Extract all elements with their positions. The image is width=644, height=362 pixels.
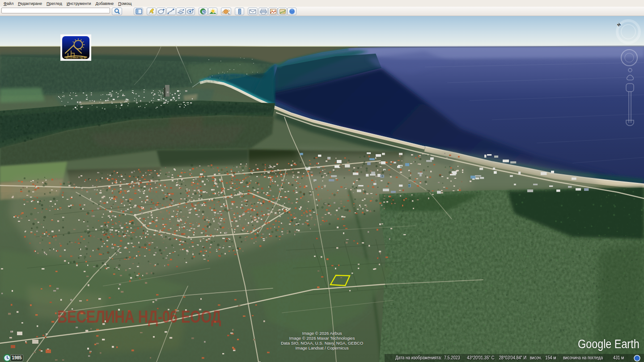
svg-text:ВЕСЕЛИНА НД 06: ВЕСЕЛИНА НД 06 (66, 56, 86, 59)
